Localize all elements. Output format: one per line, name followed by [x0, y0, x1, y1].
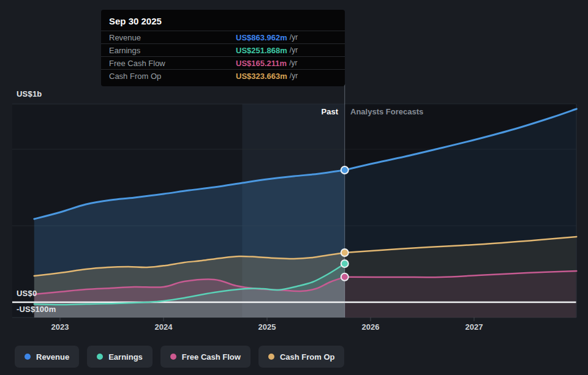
tooltip-suffix: /yr: [290, 72, 298, 80]
financial-forecast-chart: US$1b US$0 -US$100m 20232024202520262027…: [0, 0, 588, 375]
tooltip-label: Earnings: [109, 46, 236, 55]
forecast-overlay: [345, 104, 576, 317]
y-axis-label-zero: US$0: [17, 289, 37, 298]
tooltip-suffix: /yr: [289, 59, 297, 67]
tooltip-value: US$863.962m: [236, 33, 287, 42]
x-axis-label-2026: 2026: [362, 322, 380, 332]
legend-item-revenue[interactable]: Revenue: [15, 346, 79, 368]
tooltip-suffix: /yr: [290, 33, 298, 42]
legend-label: Cash From Op: [280, 352, 335, 362]
fcf-today-marker[interactable]: [341, 273, 349, 281]
earnings-today-marker[interactable]: [341, 260, 349, 267]
legend-item-earnings[interactable]: Earnings: [87, 346, 153, 368]
tooltip-value: US$251.868m: [236, 46, 287, 55]
tooltip-date: Sep 30 2025: [101, 10, 345, 31]
tooltip-label: Revenue: [109, 33, 236, 42]
legend-item-cash-from-op[interactable]: Cash From Op: [258, 346, 345, 368]
forecast-region-label: Analysts Forecasts: [350, 107, 423, 116]
tooltip-row-fcf: Free Cash Flow US$165.211m /yr: [101, 56, 345, 69]
cashop-today-marker[interactable]: [341, 249, 349, 256]
legend-label: Revenue: [36, 352, 69, 362]
tooltip-suffix: /yr: [290, 46, 298, 54]
tooltip-value: US$323.663m: [236, 72, 287, 81]
legend-dot: [170, 354, 176, 360]
legend-label: Free Cash Flow: [182, 352, 241, 362]
chart-tooltip: Sep 30 2025 Revenue US$863.962m /yr Earn…: [101, 10, 345, 86]
legend-dot: [24, 354, 31, 360]
legend-item-free-cash-flow[interactable]: Free Cash Flow: [160, 346, 251, 368]
tooltip-row-revenue: Revenue US$863.962m /yr: [101, 31, 345, 43]
x-axis-label-2027: 2027: [466, 322, 483, 332]
revenue-today-marker[interactable]: [341, 166, 349, 174]
y-axis-label-1b: US$1b: [17, 89, 42, 98]
x-axis-label-2025: 2025: [258, 322, 276, 332]
x-axis-label-2024: 2024: [155, 322, 173, 332]
legend-dot: [268, 354, 274, 360]
legend-label: Earnings: [108, 352, 143, 362]
tooltip-label: Free Cash Flow: [109, 59, 236, 68]
tooltip-label: Cash From Op: [109, 72, 236, 81]
x-axis-label-2023: 2023: [51, 322, 69, 332]
chart-legend: RevenueEarningsFree Cash FlowCash From O…: [15, 346, 344, 368]
past-region-label: Past: [322, 107, 338, 116]
legend-dot: [97, 354, 103, 360]
tooltip-value: US$165.211m: [236, 59, 287, 68]
tooltip-row-cashop: Cash From Op US$323.663m /yr: [101, 69, 345, 82]
tooltip-row-earnings: Earnings US$251.868m /yr: [101, 43, 345, 56]
y-axis-label-neg: -US$100m: [17, 305, 56, 314]
